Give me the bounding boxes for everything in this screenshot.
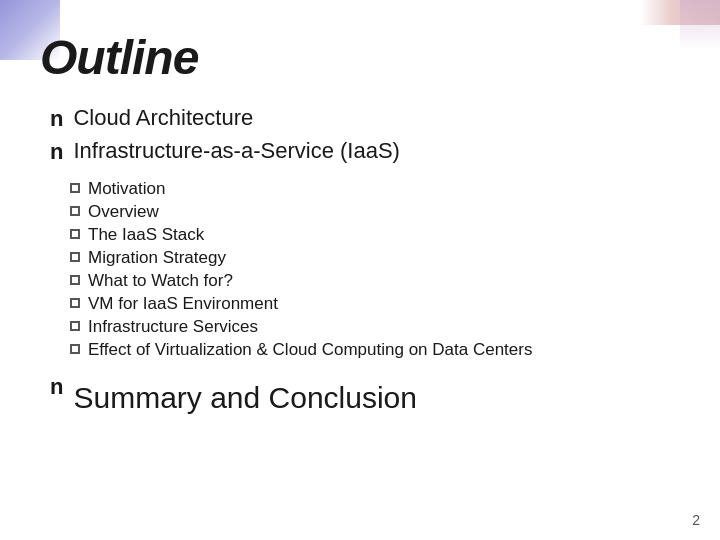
list-item-iaas: n Infrastructure-as-a-Service (IaaS) Mot… [50, 138, 670, 367]
sub-list: Motivation Overview The IaaS Stack Migra… [70, 179, 532, 363]
sub-item-virtualization: Effect of Virtualization & Cloud Computi… [88, 340, 532, 360]
square-bullet-2 [70, 206, 80, 216]
sub-item-motivation: Motivation [88, 179, 165, 199]
sub-item-watch: What to Watch for? [88, 271, 233, 291]
iaas-label: Infrastructure-as-a-Service (IaaS) [73, 138, 399, 164]
list-item: The IaaS Stack [70, 225, 532, 245]
square-bullet-3 [70, 229, 80, 239]
list-item: Migration Strategy [70, 248, 532, 268]
square-bullet-4 [70, 252, 80, 262]
page-number: 2 [692, 512, 700, 528]
sub-item-infrastructure: Infrastructure Services [88, 317, 258, 337]
sub-item-vm: VM for IaaS Environment [88, 294, 278, 314]
square-bullet-8 [70, 344, 80, 354]
list-item-cloud: n Cloud Architecture [50, 105, 670, 132]
sub-item-migration: Migration Strategy [88, 248, 226, 268]
slide-container: Outline n Cloud Architecture n Infrastru… [0, 0, 720, 540]
bullet-n-3: n [50, 374, 63, 400]
list-item-summary: n Summary and Conclusion [50, 373, 670, 415]
cloud-architecture-label: Cloud Architecture [73, 105, 253, 131]
bullet-n-2: n [50, 139, 63, 165]
list-item: Motivation [70, 179, 532, 199]
summary-label: Summary and Conclusion [73, 381, 417, 415]
list-item: Infrastructure Services [70, 317, 532, 337]
slide-title: Outline [40, 30, 670, 85]
square-bullet-1 [70, 183, 80, 193]
square-bullet-5 [70, 275, 80, 285]
list-item: Overview [70, 202, 532, 222]
list-item: VM for IaaS Environment [70, 294, 532, 314]
square-bullet-7 [70, 321, 80, 331]
list-item: What to Watch for? [70, 271, 532, 291]
square-bullet-6 [70, 298, 80, 308]
bullet-n-1: n [50, 106, 63, 132]
sub-item-overview: Overview [88, 202, 159, 222]
sub-item-stack: The IaaS Stack [88, 225, 204, 245]
main-list: n Cloud Architecture n Infrastructure-as… [50, 105, 670, 415]
list-item: Effect of Virtualization & Cloud Computi… [70, 340, 532, 360]
